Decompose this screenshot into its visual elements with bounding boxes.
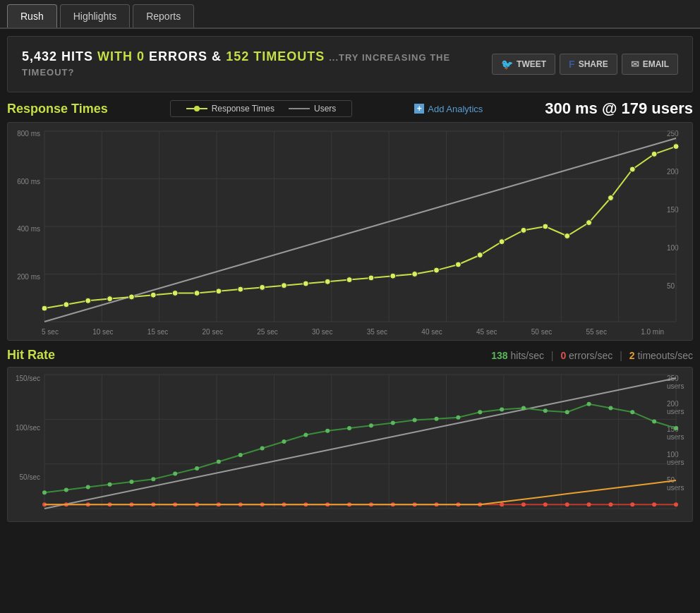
legend-response-times: Response Times xyxy=(179,104,282,114)
hit-rate-canvas xyxy=(8,368,693,522)
share-button[interactable]: f SHARE xyxy=(560,54,617,75)
tweet-button[interactable]: 🐦 TWEET xyxy=(492,54,555,75)
errors-per-sec-label: errors/sec xyxy=(569,350,615,361)
add-analytics-label: Add Analytics xyxy=(428,104,483,114)
tab-rush[interactable]: Rush xyxy=(7,4,57,28)
hit-rate-header: Hit Rate 138 hits/sec | 0 errors/sec | 2… xyxy=(7,348,693,363)
sep1: | xyxy=(551,350,554,361)
users-legend-line xyxy=(289,108,310,109)
timeouts-per-sec-value: 2 xyxy=(629,350,635,361)
errors-per-sec-value: 0 xyxy=(560,350,566,361)
tab-reports[interactable]: Reports xyxy=(133,4,194,28)
share-label: SHARE xyxy=(579,59,608,69)
facebook-icon: f xyxy=(569,59,575,70)
banner-text: 5,432 HITS WITH 0 ERRORS & 152 TIMEOUTS … xyxy=(22,49,492,79)
x-axis-response: 5 sec 10 sec 15 sec 20 sec 25 sec 30 sec… xyxy=(42,323,664,340)
response-times-section: Response Times Response Times Users + Ad… xyxy=(7,99,693,341)
timeouts-count: 152 TIMEOUTS xyxy=(226,49,329,63)
metric-value: 300 ms @ 179 users xyxy=(545,99,693,117)
response-times-canvas xyxy=(8,123,693,341)
sep2: | xyxy=(620,350,622,361)
response-times-chart: 800 ms 600 ms 400 ms 200 ms 250 200 150 … xyxy=(7,122,693,341)
response-times-title: Response Times xyxy=(7,102,108,116)
response-times-legend: Response Times Users xyxy=(170,100,353,117)
email-icon: ✉ xyxy=(631,59,639,70)
tweet-label: TWEET xyxy=(517,59,546,69)
hit-rate-section: Hit Rate 138 hits/sec | 0 errors/sec | 2… xyxy=(7,348,693,522)
response-metric-display: 300 ms @ 179 users xyxy=(545,99,693,118)
hits-per-sec-label: hits/sec xyxy=(510,350,546,361)
errors-count: 0 ERRORS xyxy=(137,49,212,63)
response-times-legend-line xyxy=(186,108,207,109)
with-label: WITH xyxy=(97,49,133,63)
twitter-icon: 🐦 xyxy=(501,59,513,70)
tabs-bar: Rush Highlights Reports xyxy=(0,0,700,29)
hits-per-sec-value: 138 xyxy=(491,350,507,361)
legend-users: Users xyxy=(282,104,343,114)
hits-label: HITS xyxy=(61,49,97,63)
hit-rate-chart: 150/sec 100/sec 50/sec 250 users 200 use… xyxy=(7,367,693,522)
social-buttons: 🐦 TWEET f SHARE ✉ EMAIL xyxy=(492,54,678,75)
timeouts-per-sec-label: timeouts/sec xyxy=(637,350,693,361)
hit-rate-title: Hit Rate xyxy=(7,348,55,363)
tab-highlights[interactable]: Highlights xyxy=(60,4,130,28)
plus-icon: + xyxy=(414,104,424,114)
email-label: EMAIL xyxy=(643,59,669,69)
summary-banner: 5,432 HITS WITH 0 ERRORS & 152 TIMEOUTS … xyxy=(7,36,693,92)
response-times-header: Response Times Response Times Users + Ad… xyxy=(7,99,693,118)
email-button[interactable]: ✉ EMAIL xyxy=(622,54,678,75)
add-analytics-button[interactable]: + Add Analytics xyxy=(414,104,483,114)
legend-users-label: Users xyxy=(314,104,336,114)
hit-rate-metrics: 138 hits/sec | 0 errors/sec | 2 timeouts… xyxy=(491,350,693,361)
hits-count: 5,432 xyxy=(22,49,57,63)
and-label: & xyxy=(212,49,222,63)
legend-response-label: Response Times xyxy=(212,104,274,114)
